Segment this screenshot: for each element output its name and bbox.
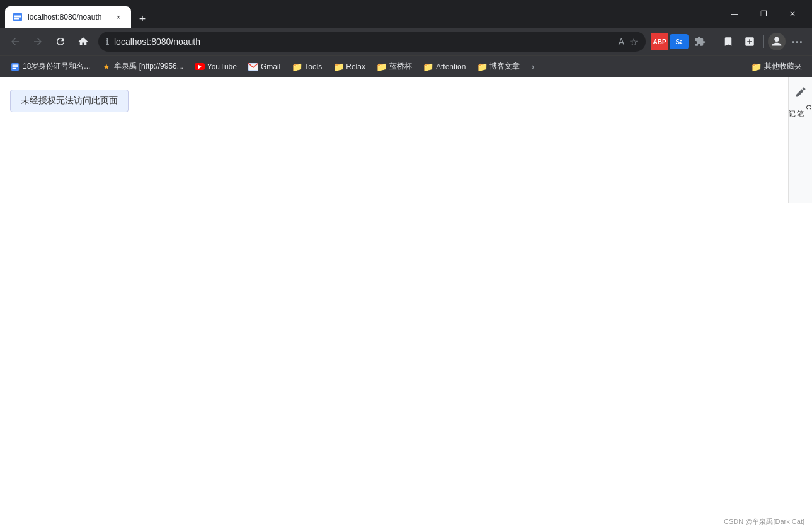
bookmark-label-1: 18岁身份证号和名... [23,61,90,72]
bookmark-item-tools[interactable]: 📁 Tools [287,59,327,74]
bookmark-icon-2: ★ [101,62,112,72]
bookmark-item-yt[interactable]: YouTube [190,59,242,74]
svg-rect-2 [14,16,21,18]
star-icon[interactable]: ☆ [629,36,638,48]
toolbar-right: ABP S2 ⋯ [651,32,807,52]
forward-button[interactable] [28,32,48,52]
address-value: localhost:8080/noauth [114,37,200,47]
minimize-button[interactable]: — [720,5,749,23]
bookmarks-bar: 18岁身份证号和名... ★ 牟泉禹 [http://9956... YouTu… [0,55,812,77]
no-auth-message: 未经授权无法访问此页面 [10,90,129,112]
bookmark-icon-lqb: 📁 [377,62,387,72]
collections-button[interactable] [740,32,760,52]
s2-extension[interactable]: S2 [670,34,689,49]
tab-title: localhost:8080/noauth [28,13,108,21]
bookmark-item-1[interactable]: 18岁身份证号和名... [5,59,95,74]
favorites-button[interactable] [718,32,738,52]
svg-rect-7 [13,66,18,67]
bookmark-label-attention: Attention [436,62,466,71]
bookmark-label-gmail: Gmail [261,62,280,71]
tab-bar: localhost:8080/noauth × + — ❐ ✕ [0,0,812,28]
bookmark-label-blog: 博客文章 [489,61,520,72]
profile-avatar[interactable] [768,33,786,50]
bookmark-label-tools: Tools [304,62,322,71]
side-panel[interactable]: C 笔 记 [788,77,812,203]
page-content: 未经授权无法访问此页面 C 笔 记 CSDN @牟泉禹[Dark Cat] [0,77,812,529]
new-tab-button[interactable]: + [134,10,151,28]
bookmarks-more-button[interactable]: › [527,59,538,75]
bookmark-icon-blog: 📁 [477,62,487,72]
address-bar[interactable]: ℹ localhost:8080/noauth A ☆ [98,32,646,52]
svg-rect-6 [13,64,18,65]
status-bar: CSDN @牟泉禹[Dark Cat] [716,514,812,529]
no-auth-text: 未经授权无法访问此页面 [21,95,118,105]
side-panel-text: C 笔 记 [788,105,812,110]
bookmark-item-relax[interactable]: 📁 Relax [328,59,370,74]
other-bookmarks[interactable]: 📁 其他收藏夹 [746,59,807,74]
svg-rect-8 [13,67,16,68]
maximize-button[interactable]: ❐ [749,5,778,23]
bookmark-label-2: 牟泉禹 [http://9956... [114,61,183,72]
bookmark-item-attention[interactable]: 📁 Attention [418,59,471,74]
close-button[interactable]: ✕ [778,5,807,23]
refresh-button[interactable] [50,32,71,52]
active-tab[interactable]: localhost:8080/noauth × [5,6,131,28]
back-button[interactable] [5,32,25,52]
bookmark-icon-attention: 📁 [423,62,433,72]
bookmark-icon-relax: 📁 [333,62,343,72]
bookmark-item-2[interactable]: ★ 牟泉禹 [http://9956... [96,59,188,74]
bookmark-label-lqb: 蓝桥杯 [389,61,412,72]
info-icon: ℹ [106,37,109,47]
svg-rect-3 [14,18,19,20]
other-bookmarks-label: 其他收藏夹 [764,61,802,72]
extensions-button[interactable] [690,32,710,52]
bookmark-label-yt: YouTube [207,62,237,71]
toolbar-divider-2 [763,35,764,48]
address-text: localhost:8080/noauth [114,37,614,47]
bookmark-icon-yt [195,62,205,72]
bookmark-icon-1 [10,62,20,72]
abp-extension[interactable]: ABP [651,33,668,50]
svg-point-4 [774,37,779,42]
bookmark-icon-gmail [248,62,258,72]
home-button[interactable] [73,32,93,52]
toolbar: ℹ localhost:8080/noauth A ☆ ABP S2 [0,28,812,55]
toolbar-divider [714,35,714,48]
svg-rect-1 [14,15,21,16]
more-options-button[interactable]: ⋯ [787,32,807,52]
tab-close-button[interactable]: × [113,12,123,22]
tab-favicon [13,12,23,22]
bookmark-icon-tools: 📁 [292,62,302,72]
bookmark-item-lqb[interactable]: 📁 蓝桥杯 [372,59,417,74]
side-panel-icon [791,82,811,102]
bookmark-item-blog[interactable]: 📁 博客文章 [472,59,525,74]
window-controls: — ❐ ✕ [720,5,807,23]
browser-window: localhost:8080/noauth × + — ❐ ✕ ℹ lo [0,0,812,529]
translate-icon: A [619,37,624,47]
status-text: CSDN @牟泉禹[Dark Cat] [724,518,804,525]
bookmark-label-relax: Relax [346,62,365,71]
bookmark-item-gmail[interactable]: Gmail [243,59,285,74]
